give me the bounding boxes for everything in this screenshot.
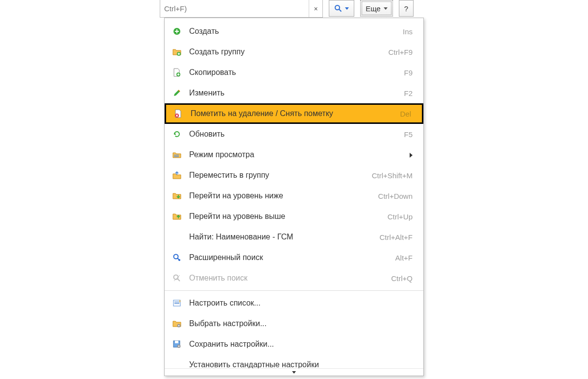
- menu-item-shortcut: Alt+F: [395, 254, 413, 262]
- menu-item-save-settings[interactable]: Сохранить настройки...: [165, 334, 423, 355]
- menu-item-shortcut: F2: [404, 89, 413, 97]
- menu-item-level-down[interactable]: Перейти на уровень ниже Ctrl+Down: [165, 186, 423, 206]
- svg-rect-7: [178, 53, 180, 54]
- menu-item-label: Сохранить настройки...: [189, 340, 413, 349]
- svg-point-14: [174, 255, 178, 259]
- menu-item-shortcut: Ctrl+F9: [388, 48, 413, 56]
- folder-up-icon: [172, 211, 182, 222]
- menu-item-shortcut: Ins: [403, 27, 413, 36]
- folder-plus-icon: [172, 47, 182, 57]
- menu-item-label: Создать группу: [189, 47, 383, 56]
- menu-item-label: Скопировать: [189, 68, 399, 77]
- menu-item-shortcut: Ctrl+Down: [378, 192, 413, 200]
- svg-rect-4: [175, 31, 179, 32]
- search-dropdown-button[interactable]: [329, 0, 354, 17]
- svg-rect-10: [177, 74, 180, 75]
- chevron-down-icon: [345, 7, 349, 10]
- help-button[interactable]: ?: [399, 0, 414, 17]
- svg-rect-13: [174, 156, 179, 157]
- svg-line-18: [178, 279, 180, 282]
- more-menu: Создать Ins Создать группу Ctrl+F9 Скопи…: [164, 18, 424, 376]
- svg-line-1: [339, 9, 342, 12]
- menu-scroll-down[interactable]: [165, 368, 423, 376]
- search-cancel-icon: [172, 273, 182, 284]
- magnifier-icon: [334, 4, 342, 12]
- file-delete-icon: [173, 108, 184, 119]
- svg-rect-26: [175, 341, 178, 343]
- chevron-down-icon: [384, 7, 388, 10]
- svg-point-16: [178, 259, 180, 261]
- menu-item-shortcut: Ctrl+Q: [391, 274, 413, 283]
- menu-item-shortcut: Del: [400, 110, 411, 118]
- menu-item-shortcut: F9: [404, 69, 413, 77]
- menu-item-cancel-search[interactable]: Отменить поиск Ctrl+Q: [165, 268, 423, 288]
- chevron-down-icon: [292, 371, 296, 374]
- svg-rect-12: [174, 155, 179, 156]
- menu-item-label: Обновить: [189, 130, 399, 139]
- menu-item-configure-list[interactable]: Настроить список...: [165, 293, 423, 313]
- menu-item-view-mode[interactable]: Режим просмотра: [165, 144, 423, 165]
- view-mode-icon: [172, 149, 182, 160]
- svg-rect-22: [174, 303, 179, 304]
- menu-item-advanced-search[interactable]: Расширенный поиск Alt+F: [165, 247, 423, 268]
- menu-item-edit[interactable]: Изменить F2: [165, 83, 423, 103]
- search-clear-button[interactable]: ×: [309, 0, 322, 17]
- menu-item-label: Создать: [189, 27, 398, 36]
- menu-item-find[interactable]: Найти: Наименование - ГСМ Ctrl+Alt+F: [165, 227, 423, 247]
- menu-item-label: Перейти на уровень ниже: [189, 191, 373, 200]
- menu-item-label: Изменить: [189, 89, 399, 97]
- more-button-label: Еще: [366, 4, 381, 13]
- search-field-wrap: ×: [160, 0, 323, 18]
- search-adv-icon: [172, 252, 182, 263]
- file-plus-icon: [172, 67, 182, 78]
- pencil-icon: [172, 88, 182, 98]
- svg-point-28: [178, 346, 180, 347]
- menu-item-shortcut: Ctrl+Up: [388, 213, 413, 221]
- plus-circle-icon: [172, 26, 182, 37]
- menu-item-level-up[interactable]: Перейти на уровень выше Ctrl+Up: [165, 206, 423, 227]
- menu-item-label: Отменить поиск: [189, 274, 386, 283]
- svg-point-24: [178, 325, 180, 327]
- menu-item-copy[interactable]: Скопировать F9: [165, 62, 423, 83]
- menu-item-label: Найти: Наименование - ГСМ: [189, 233, 374, 241]
- menu-item-shortcut: Ctrl+Shift+M: [372, 171, 413, 180]
- menu-item-label: Пометить на удаление / Снять пометку: [191, 109, 395, 118]
- menu-item-shortcut: F5: [404, 130, 413, 139]
- empty-icon: [172, 232, 182, 242]
- menu-item-mark-delete[interactable]: Пометить на удаление / Снять пометку Del: [165, 103, 423, 124]
- menu-item-refresh[interactable]: Обновить F5: [165, 124, 423, 144]
- chevron-right-icon: [410, 151, 413, 159]
- menu-item-move-group[interactable]: Переместить в группу Ctrl+Shift+M: [165, 165, 423, 186]
- menu-item-label: Перейти на уровень выше: [189, 212, 383, 221]
- svg-point-0: [335, 5, 340, 10]
- close-icon: ×: [314, 5, 318, 13]
- list-config-icon: [172, 298, 182, 308]
- folder-down-icon: [172, 190, 182, 201]
- menu-item-create-group[interactable]: Создать группу Ctrl+F9: [165, 42, 423, 62]
- menu-item-label: Настроить список...: [189, 299, 413, 308]
- menu-item-label: Режим просмотра: [189, 150, 405, 159]
- svg-rect-21: [174, 302, 179, 303]
- search-input[interactable]: [160, 0, 309, 17]
- svg-point-17: [174, 275, 178, 280]
- menu-item-label: Выбрать настройки...: [189, 319, 413, 328]
- menu-item-label: Переместить в группу: [189, 171, 367, 180]
- toolbar: × Еще ?: [160, 0, 414, 18]
- menu-item-shortcut: Ctrl+Alt+F: [379, 233, 413, 241]
- menu-separator: [165, 290, 423, 291]
- menu-item-label: Расширенный поиск: [189, 253, 391, 262]
- move-folder-icon: [172, 170, 182, 181]
- help-button-label: ?: [404, 4, 408, 13]
- folder-gear-icon: [172, 318, 182, 329]
- menu-item-choose-settings[interactable]: Выбрать настройки...: [165, 313, 423, 334]
- refresh-icon: [172, 129, 182, 140]
- more-button[interactable]: Еще: [360, 0, 393, 17]
- save-gear-icon: [172, 339, 182, 350]
- menu-item-create[interactable]: Создать Ins: [165, 21, 423, 42]
